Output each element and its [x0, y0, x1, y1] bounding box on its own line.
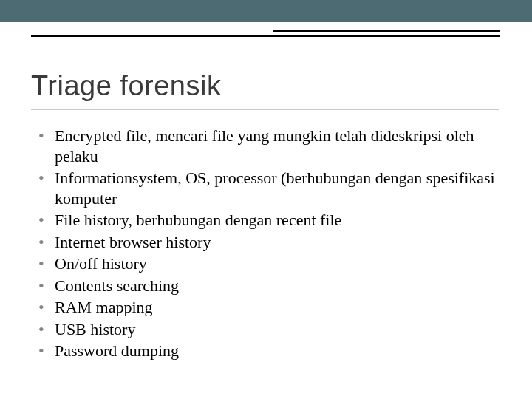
list-item: Password dumping: [38, 341, 497, 361]
slide-title: Triage forensik: [31, 70, 221, 102]
decorative-line-short: [273, 30, 500, 32]
list-item: Informationsystem, OS, processor (berhub…: [38, 168, 497, 208]
list-item: File history, berhubungan dengan recent …: [38, 210, 497, 231]
list-item: On/off history: [38, 253, 497, 274]
list-item: USB history: [38, 319, 497, 340]
list-item: Internet browser history: [38, 232, 497, 253]
bullet-list: Encrypted file, mencari file yang mungki…: [38, 126, 497, 361]
list-item: Contents searching: [38, 276, 497, 296]
slide: Triage forensik Encrypted file, mencari …: [0, 0, 532, 399]
title-underline: [31, 109, 499, 110]
slide-content: Encrypted file, mencari file yang mungki…: [38, 126, 497, 363]
top-stripe: [0, 0, 532, 22]
list-item: Encrypted file, mencari file yang mungki…: [38, 126, 497, 166]
decorative-line-full: [31, 35, 500, 37]
list-item: RAM mapping: [38, 297, 497, 318]
